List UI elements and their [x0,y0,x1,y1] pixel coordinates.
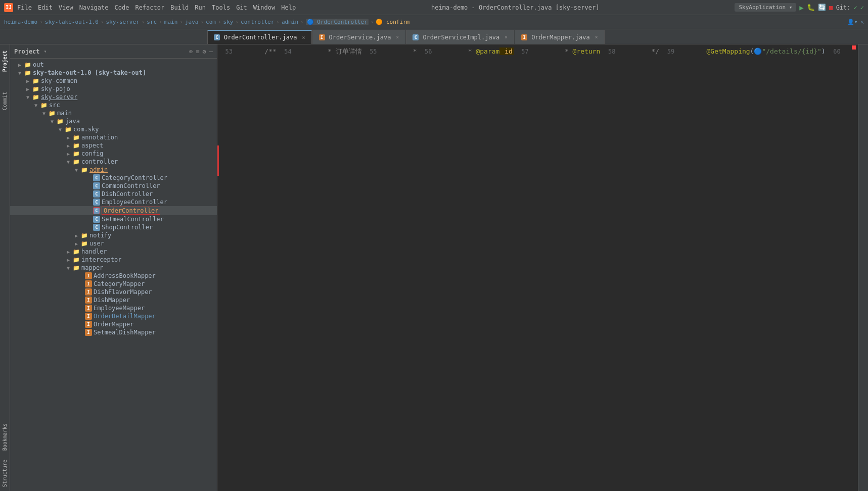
tab-label: OrderController.java [224,34,297,41]
tree-dishcontroller[interactable]: ▶ C DishController [10,190,217,198]
tab-orderserviceimpl[interactable]: C OrderServiceImpl.java × [406,30,514,44]
run-config-label: SkyApplication ▾ [735,3,796,12]
tree-admin[interactable]: ▼ 📁 admin [10,166,217,174]
menu-help[interactable]: Help [281,4,296,11]
crumb-admin[interactable]: admin [282,19,298,25]
menu-navigate[interactable]: Navigate [79,4,109,11]
tree-addressbookmapper[interactable]: ▶ I AddressBookMapper [10,272,217,280]
file-icon-c: C [413,34,419,40]
tree-aspect[interactable]: ▶ 📁 aspect [10,141,217,150]
tree-commoncontroller[interactable]: ▶ C CommonController [10,182,217,190]
file-icon-i: I [319,34,325,40]
menu-file[interactable]: File [17,4,32,11]
code-line-60: 60 @ApiOperation("查询订单详情") [826,46,858,489]
settings-icon[interactable]: ⚙ [203,48,206,55]
code-editor[interactable]: 53 /** 54 * 订单详情 55 * [217,44,858,491]
menu-window[interactable]: Window [253,4,275,11]
crumb-sky[interactable]: sky [223,19,234,25]
update-button[interactable]: 🔄 [818,4,826,11]
app-icon: IJ [4,3,13,12]
tree-skytakeout[interactable]: ▼ 📁 sky-take-out-1.0 [sky-take-out] [10,69,217,77]
close-sidebar-icon[interactable]: — [209,48,213,55]
menu-code[interactable]: Code [115,4,129,11]
tree-dishmapper[interactable]: ▶ I DishMapper [10,296,217,304]
tab-close[interactable]: × [396,34,399,40]
tree-categorymapper[interactable]: ▶ I CategoryMapper [10,280,217,288]
tab-close[interactable]: × [505,34,508,40]
tree-skyserver[interactable]: ▼ 📁 sky-server [10,93,217,101]
project-tab[interactable]: Project [1,46,9,76]
locate-icon[interactable]: ⊕ [189,48,193,55]
tree-ordercontroller[interactable]: ▶ C OrderController [10,206,217,215]
tree-skycommon[interactable]: ▶ 📁 sky-common [10,77,217,85]
cursor-icon[interactable]: ↖ [860,19,864,25]
tree-controller[interactable]: ▼ 📁 controller [10,158,217,166]
crumb-home[interactable]: heima-demo [4,19,37,25]
tree-handler[interactable]: ▶ 📁 handler [10,248,217,256]
tab-label: OrderMapper.java [531,34,590,41]
tree-employeemapper[interactable]: ▶ I EmployeeMapper [10,304,217,312]
crumb-java[interactable]: java [185,19,199,25]
crumb-server[interactable]: sky-server [106,19,139,25]
tree-interceptor[interactable]: ▶ 📁 interceptor [10,256,217,264]
menu-git[interactable]: Git [236,4,247,11]
crumb-src[interactable]: src [147,19,157,25]
tab-close[interactable]: × [595,34,598,40]
tree-ordermapper[interactable]: ▶ I OrderMapper [10,320,217,328]
menu-items[interactable]: File Edit View Navigate Code Refactor Bu… [17,4,296,11]
tree-employeecontroller[interactable]: ▶ C EmployeeController [10,198,217,206]
crumb-controller[interactable]: controller [241,19,274,25]
tab-close[interactable]: × [302,35,305,40]
structure-tab[interactable]: Structure [1,456,9,491]
tab-label: OrderServiceImpl.java [423,34,499,41]
tab-ordermapper[interactable]: I OrderMapper.java × [515,30,605,44]
collapse-icon[interactable]: ≡ [196,48,199,55]
tree-dishflavormapper[interactable]: ▶ I DishFlavorMapper [10,288,217,296]
tree-notify[interactable]: ▶ 📁 notify [10,231,217,239]
tree-mapper[interactable]: ▼ 📁 mapper [10,264,217,272]
right-panel-tabs [858,44,868,491]
sidebar-dropdown[interactable]: ▾ [44,48,47,54]
crumb-module[interactable]: sky-take-out-1.0 [45,19,99,25]
file-icon-c: C [214,34,220,40]
crumb-method[interactable]: 🟠 confirm [376,19,409,25]
menu-view[interactable]: View [59,4,73,11]
tree-setmealdishmapper[interactable]: ▶ I SetmealDishMapper [10,328,217,336]
main-area: Project Commit Bookmarks Structure Proje… [0,44,868,491]
debug-button[interactable]: 🐛 [807,4,815,11]
menu-run[interactable]: Run [195,4,206,11]
tree-out[interactable]: ▶ 📁 out [10,61,217,69]
tree-comsky[interactable]: ▼ 📁 com.sky [10,125,217,133]
bookmarks-tab[interactable]: Bookmarks [1,419,9,455]
tree-orderdetailmapper[interactable]: ▶ I OrderDetailMapper [10,312,217,320]
scroll-indicator [217,145,219,176]
tree-categorycontroller[interactable]: ▶ C CategoryController [10,174,217,182]
tree-user[interactable]: ▶ 📁 user [10,239,217,248]
tab-orderservice[interactable]: I OrderService.java × [312,30,406,44]
menu-refactor[interactable]: Refactor [135,4,164,11]
commit-tab[interactable]: Commit [1,88,9,114]
stop-button[interactable]: ■ [829,4,833,11]
person-icon[interactable]: 👤▾ [847,19,858,25]
crumb-main[interactable]: main [164,19,178,25]
git-check[interactable]: ✓ [854,4,857,11]
menu-build[interactable]: Build [170,4,189,11]
crumb-class[interactable]: 🔵 OrderController [306,19,369,25]
code-line-54: 54 * 订单详情 [277,46,362,489]
crumb-com[interactable]: com [206,19,216,25]
run-button[interactable]: ▶ [799,4,803,12]
tree-config[interactable]: ▶ 📁 config [10,150,217,158]
tree-setmealcontroller[interactable]: ▶ C SetmealController [10,215,217,223]
tree-shopcontroller[interactable]: ▶ C ShopController [10,223,217,231]
project-sidebar: Project ▾ ⊕ ≡ ⚙ — ▶ 📁 out [10,44,217,491]
tree-skypojo[interactable]: ▶ 📁 sky-pojo [10,85,217,93]
git-check2[interactable]: ✓ [860,4,864,11]
menu-tools[interactable]: Tools [212,4,230,11]
tree-java[interactable]: ▼ 📁 java [10,117,217,125]
tab-ordercontroller[interactable]: C OrderController.java × [207,30,312,44]
breadcrumb: heima-demo › sky-take-out-1.0 › sky-serv… [0,15,868,29]
tree-annotation[interactable]: ▶ 📁 annotation [10,133,217,141]
tree-src[interactable]: ▼ 📁 src [10,101,217,109]
menu-edit[interactable]: Edit [38,4,53,11]
tree-main[interactable]: ▼ 📁 main [10,109,217,117]
